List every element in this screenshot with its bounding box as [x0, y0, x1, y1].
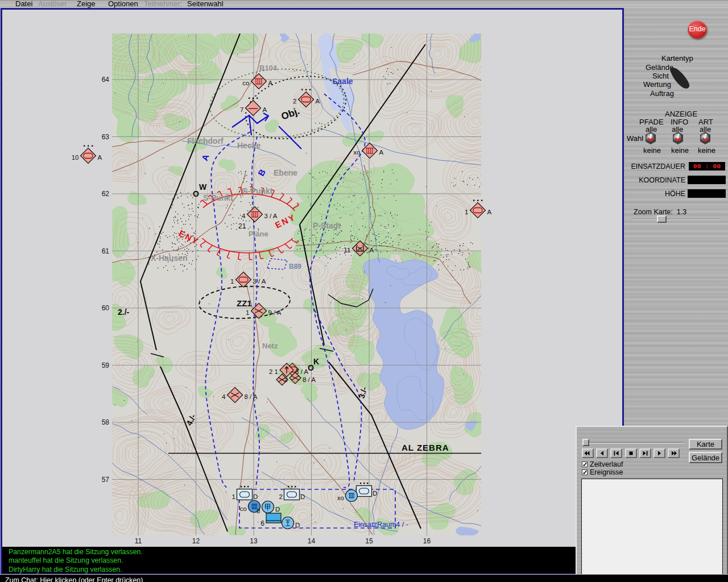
svg-text:12: 12 [192, 537, 200, 545]
svg-text:63: 63 [102, 133, 110, 141]
svg-text:3 / A: 3 / A [264, 213, 278, 219]
svg-text:57: 57 [102, 476, 110, 484]
svg-text:xo: xo [337, 494, 344, 501]
svg-text:60: 60 [102, 304, 110, 312]
svg-text:D: D [373, 490, 377, 497]
svg-text:62: 62 [102, 190, 110, 198]
svg-text:8: 8 [257, 508, 260, 514]
svg-text:EinsatzRaum4 / -: EinsatzRaum4 / - [354, 521, 408, 529]
svg-text:11: 11 [135, 537, 142, 545]
svg-text:1: 1 [232, 493, 235, 500]
svg-text:A: A [98, 154, 102, 161]
svg-text:61: 61 [102, 247, 110, 255]
svg-text:4: 4 [222, 393, 226, 400]
svg-text:59: 59 [102, 361, 110, 369]
svg-text:1: 1 [246, 309, 249, 316]
svg-text:W: W [199, 182, 207, 192]
svg-text:3 / A: 3 / A [253, 278, 266, 285]
svg-text:B104: B104 [259, 64, 278, 72]
svg-text:ZZ1: ZZ1 [237, 298, 252, 308]
svg-text:co: co [240, 505, 247, 512]
svg-text:D: D [300, 493, 305, 500]
svg-text:D: D [275, 506, 280, 513]
svg-text:14: 14 [308, 537, 316, 545]
svg-text:xo: xo [353, 149, 360, 156]
svg-text:7: 7 [240, 106, 243, 113]
svg-text:13: 13 [250, 537, 258, 545]
svg-text:A: A [370, 247, 374, 253]
svg-text:Ebene: Ebene [274, 168, 297, 177]
svg-text:15: 15 [365, 537, 373, 545]
svg-text:G-Punkt: G-Punkt [242, 186, 273, 196]
svg-text:S-Punkt: S-Punkt [203, 193, 233, 202]
svg-text:1: 1 [230, 278, 234, 285]
svg-text:B89: B89 [289, 263, 301, 271]
svg-text:58: 58 [102, 418, 110, 426]
svg-text:D: D [295, 522, 300, 529]
svg-text:Saale: Saale [332, 77, 353, 86]
svg-text:AL ZEBRA: AL ZEBRA [402, 443, 449, 452]
svg-text:2: 2 [284, 376, 288, 383]
svg-text:O: O [308, 363, 314, 372]
svg-text:O: O [193, 189, 199, 198]
svg-text:16: 16 [423, 537, 431, 545]
svg-text:co: co [242, 80, 249, 86]
svg-text:21: 21 [238, 222, 246, 230]
svg-text:1: 1 [465, 209, 468, 215]
svg-text:P-Stadt: P-Stadt [313, 221, 341, 230]
svg-text:2./-: 2./- [118, 307, 130, 317]
svg-text:X-Hausen: X-Hausen [151, 253, 188, 263]
svg-text:A: A [263, 106, 267, 113]
svg-text:D: D [253, 493, 258, 500]
svg-text:9 / A: 9 / A [268, 309, 282, 316]
svg-text:A: A [268, 80, 273, 86]
svg-text:A: A [379, 149, 384, 156]
svg-text:4: 4 [242, 213, 246, 219]
svg-text:Netz: Netz [262, 342, 278, 350]
svg-text:10: 10 [72, 154, 79, 161]
svg-text:A: A [487, 209, 492, 215]
svg-text:3 / A: 3 / A [295, 368, 308, 375]
svg-text:2 1: 2 1 [269, 368, 278, 375]
svg-text:K: K [313, 357, 319, 366]
svg-text:Hecke: Hecke [237, 141, 260, 150]
svg-text:64: 64 [102, 76, 110, 84]
svg-text:A: A [316, 98, 320, 105]
svg-text:Pläne: Pläne [249, 230, 268, 238]
svg-text:8 / A: 8 / A [245, 393, 258, 400]
svg-text:6: 6 [260, 519, 264, 527]
svg-text:Flachdorf: Flachdorf [187, 136, 224, 146]
svg-text:11: 11 [344, 247, 351, 253]
svg-text:2: 2 [279, 493, 283, 500]
svg-text:8 / A: 8 / A [303, 376, 316, 383]
svg-text:2: 2 [293, 98, 296, 105]
